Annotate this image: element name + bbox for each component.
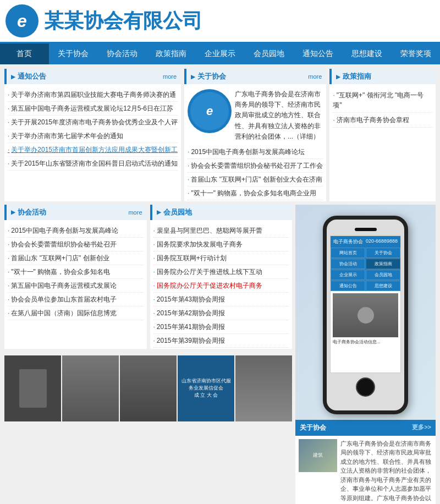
nav-award[interactable]: 荣誉奖项 — [391, 43, 440, 64]
notice-item-2[interactable]: 关于开展2015年度济南市电子商务协会优秀企业及个人评 — [8, 116, 178, 129]
policy-header: 政策指南 — [329, 69, 436, 84]
about-news-1[interactable]: 协会会长委蕾蕾组织协会秘书处召开了工作会 — [188, 159, 323, 173]
activity-item-1[interactable]: 协会会长委蕾蕾组织协会秘书处召开 — [8, 238, 144, 251]
photo-2 — [62, 355, 119, 421]
about-header: 关于协会 more — [184, 69, 326, 84]
notice-item-3[interactable]: 关于举办济南市第七届学术年会的通知 — [8, 129, 178, 143]
notice-header: 通知公告 more — [4, 69, 181, 84]
phone-nav-item-3[interactable]: 政策指南 — [366, 259, 400, 269]
about-news-2[interactable]: 首届山东 "互联网+门店" 创新创业大会在济南 — [188, 173, 323, 187]
about-more[interactable]: more — [308, 73, 322, 80]
activities-member-row: 协会活动 more 2015中国电子商务创新与发展高峰论 协会会长委蕾蕾组织协会… — [4, 205, 292, 349]
nav-notice[interactable]: 通知公告 — [293, 43, 342, 64]
phone-outer: 电子商务协会 020-66889888 网站首页 关于协会 协会活动 政策指南 … — [323, 216, 408, 414]
nav-about[interactable]: 关于协会 — [49, 43, 98, 64]
phone-nav-item-5[interactable]: 会员园地 — [366, 270, 400, 280]
activities-header: 协会活动 more — [4, 205, 147, 220]
right-about-header: 关于协会 更多>> — [295, 420, 436, 436]
about-news-3[interactable]: "双十一" 购物嘉，协会众多知名电商企业用 — [188, 187, 323, 200]
member-item-2[interactable]: 国务院互联网+行动计划 — [153, 251, 289, 265]
activity-item-0[interactable]: 2015中国电子商务创新与发展高峰论 — [8, 224, 144, 238]
phone-header: 电子商务协会 020-66889888 — [331, 236, 400, 248]
main-content: 通知公告 more 关于举办济南市第四届职业技能大赛电子商务师决赛的通 第五届中… — [0, 64, 440, 504]
about-news-0[interactable]: 2015中国电子商务创新与发展高峰论坛 — [188, 145, 323, 159]
phone-screen: 电子商务协会 020-66889888 网站首页 关于协会 协会活动 政策指南 … — [330, 235, 401, 373]
logo: e — [6, 4, 38, 37]
company-name: 某某协会有限公司 — [44, 8, 202, 35]
policy-list: "互联网+" 领衔河北 "电商一号项" 济南市电子商务协会章程 — [329, 87, 436, 129]
phone-area: 电子商务协会 020-66889888 网站首页 关于协会 协会活动 政策指南 … — [295, 205, 436, 420]
photo-strip: 山东省济南协市区代服务业发展信促会成 立 大 会 — [4, 355, 292, 421]
content-row: 协会活动 more 2015中国电子商务创新与发展高峰论 协会会长委蕾蕾组织协会… — [4, 205, 436, 504]
notice-col: 通知公告 more 关于举办济南市第四届职业技能大赛电子商务师决赛的通 第五届中… — [4, 69, 181, 201]
nav-thought[interactable]: 思想建设 — [342, 43, 391, 64]
member-item-4[interactable]: 国务院办公厅关于促进农村电子商务 — [153, 279, 289, 293]
right-about: 关于协会 更多>> 建筑 广东电子商务协会是在济南市商务局的领导下、经济南市民政… — [295, 420, 436, 504]
activities-more[interactable]: more — [128, 209, 142, 216]
about-content: e 广东电子商务协会是在济南市商务局的领导下、经济南市民政局审批成立的地方性、联… — [184, 87, 326, 144]
policy-col: 政策指南 "互联网+" 领衔河北 "电商一号项" 济南市电子商务协会章程 — [329, 69, 436, 201]
phone-nav-item-1[interactable]: 关于协会 — [366, 248, 400, 258]
photo-4: 山东省济南协市区代服务业发展信促会成 立 大 会 — [178, 355, 234, 421]
phone-image-placeholder — [333, 293, 398, 337]
activity-item-3[interactable]: "双十一" 购物嘉，协会众多知名电 — [8, 265, 144, 279]
nav-enterprise[interactable]: 企业展示 — [196, 43, 245, 64]
about-title: 关于协会 — [191, 72, 226, 81]
about-logo-img: e — [188, 89, 232, 133]
activity-item-4[interactable]: 第五届中国电子商务运营模式发展论 — [8, 279, 144, 293]
activities-list: 2015中国电子商务创新与发展高峰论 协会会长委蕾蕾组织协会秘书处召开 首届山东… — [4, 223, 147, 321]
policy-item-0[interactable]: "互联网+" 领衔河北 "电商一号项" — [333, 88, 432, 113]
member-item-3[interactable]: 国务院办公厅关于推进线上线下互动 — [153, 265, 289, 279]
header: e 某某协会有限公司 — [0, 0, 440, 43]
notice-title: 通知公告 — [11, 72, 46, 81]
activity-item-2[interactable]: 首届山东 "互联网+门店" 创新创业 — [8, 251, 144, 265]
member-item-7[interactable]: 2015年第41期协会周报 — [153, 320, 289, 334]
phone-number: 020-66889888 — [366, 238, 398, 245]
nav-activities[interactable]: 协会活动 — [98, 43, 147, 64]
about-text: 广东电子商务协会是在济南市商务局的领导下、经济南市民政局审批成立的地方性、联合性… — [235, 89, 323, 142]
activities-col: 协会活动 more 2015中国电子商务创新与发展高峰论 协会会长委蕾蕾组织协会… — [4, 205, 147, 349]
notice-more[interactable]: more — [163, 73, 177, 80]
phone-mockup: 电子商务协会 020-66889888 网站首页 关于协会 协会活动 政策指南 … — [323, 216, 408, 414]
content-left: 协会活动 more 2015中国电子商务创新与发展高峰论 协会会长委蕾蕾组织协会… — [4, 205, 292, 504]
policy-item-1[interactable]: 济南市电子商务协会章程 — [333, 113, 432, 128]
notice-list: 关于举办济南市第四届职业技能大赛电子商务师决赛的通 第五届中国电子商务运营模式发… — [4, 87, 181, 172]
phone-nav-item-2[interactable]: 协会活动 — [331, 259, 365, 269]
member-item-8[interactable]: 2015年第39期协会周报 — [153, 334, 289, 348]
policy-title: 政策指南 — [336, 72, 371, 81]
notice-item-1[interactable]: 第五届中国电子商务运营模式发展论坛12月5-6日在江苏 — [8, 102, 178, 116]
notice-item-4[interactable]: 关于举办2015济南市首届创新方法应用成果大赛暨创新工 — [8, 143, 178, 157]
phone-nav-item-4[interactable]: 企业展示 — [331, 270, 365, 280]
activity-item-6[interactable]: 在第八届中国（济南）国际信息博览 — [8, 306, 144, 320]
notice-item-5[interactable]: 关于2015年山东省暨济南市全国科普日启动式活动的通知 — [8, 157, 178, 171]
right-about-title: 关于协会 — [300, 423, 326, 432]
nav-home[interactable]: 首页 — [0, 43, 49, 64]
logo-letter: e — [17, 11, 27, 31]
about-col: 关于协会 more e 广东电子商务协会是在济南市商务局的领导下、经济南市民政局… — [184, 69, 326, 201]
member-col: 会员园地 裴皇县与阿里巴巴、慈聪网等展开蕾 国务院要求加快发展电子商务 国务院互… — [150, 205, 293, 349]
nav-policy[interactable]: 政策指南 — [147, 43, 196, 64]
activities-title: 协会活动 — [11, 207, 46, 217]
phone-nav-item-0[interactable]: 网站首页 — [331, 248, 365, 258]
phone-nav-item-7[interactable]: 思想建设 — [366, 281, 400, 291]
right-about-more[interactable]: 更多>> — [412, 423, 431, 432]
nav-member[interactable]: 会员园地 — [244, 43, 293, 64]
member-item-0[interactable]: 裴皇县与阿里巴巴、慈聪网等展开蕾 — [153, 224, 289, 238]
main-nav: 首页 关于协会 协会活动 政策指南 企业展示 会员园地 通知公告 思想建设 荣誉… — [0, 43, 440, 64]
member-title: 会员园地 — [157, 207, 192, 217]
notice-item-0[interactable]: 关于举办济南市第四届职业技能大赛电子商务师决赛的通 — [8, 88, 178, 102]
right-panel: 电子商务协会 020-66889888 网站首页 关于协会 协会活动 政策指南 … — [295, 205, 436, 504]
member-item-1[interactable]: 国务院要求加快发展电子商务 — [153, 238, 289, 251]
right-about-img-inner: 建筑 — [299, 439, 337, 472]
right-about-text: 广东电子商务协会是在济南市商务局的领导下、经济南市民政局审批成立的地方性、联合性… — [340, 439, 432, 504]
right-about-img: 建筑 — [299, 439, 337, 472]
phone-brand: 电子商务协会 — [333, 238, 363, 245]
activity-item-5[interactable]: 协会会员单位参加山东首届农村电子 — [8, 293, 144, 306]
photo-1 — [4, 355, 61, 421]
about-news-list: 2015中国电子商务创新与发展高峰论坛 协会会长委蕾蕾组织协会秘书处召开了工作会… — [184, 144, 326, 201]
photo-3 — [120, 355, 177, 421]
member-item-6[interactable]: 2015年第42期协会周报 — [153, 306, 289, 320]
right-about-content: 建筑 广东电子商务协会是在济南市商务局的领导下、经济南市民政局审批成立的地方性、… — [295, 436, 436, 504]
phone-nav-item-6[interactable]: 通知公告 — [331, 281, 365, 291]
member-item-5[interactable]: 2015年第43期协会周报 — [153, 293, 289, 306]
